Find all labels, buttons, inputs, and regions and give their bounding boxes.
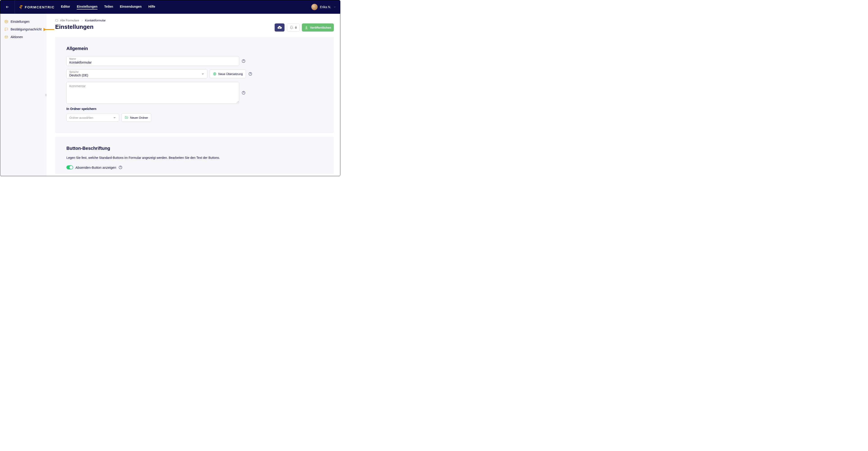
sidebar-item-label: Bestätigungsnachricht bbox=[10, 27, 42, 31]
panel-button-labels: Button-Beschriftung Legen Sie fest, welc… bbox=[55, 137, 334, 174]
nav-hilfe[interactable]: Hilfe bbox=[148, 5, 155, 9]
submit-toggle-label: Absenden-Button anzeigen bbox=[75, 166, 116, 169]
annotation-arrow bbox=[43, 27, 55, 33]
save-cloud-button[interactable] bbox=[275, 23, 284, 31]
help-icon bbox=[248, 72, 252, 76]
folder-label: In Ordner speichern bbox=[66, 107, 322, 111]
submit-button-toggle[interactable] bbox=[66, 165, 73, 169]
svg-rect-1 bbox=[5, 36, 8, 38]
language-select[interactable]: Sprache Deutsch (DE) bbox=[66, 69, 207, 79]
comment-textarea[interactable] bbox=[69, 84, 236, 102]
name-input[interactable] bbox=[69, 61, 236, 64]
notifications-button[interactable]: 0 bbox=[287, 23, 300, 31]
section-general-title: Allgemein bbox=[66, 46, 322, 51]
user-menu[interactable]: Erika N. bbox=[311, 4, 336, 10]
user-name: Erika N. bbox=[320, 5, 331, 9]
sidebar-item-label: Aktionen bbox=[10, 35, 23, 39]
logo-mark-icon bbox=[19, 5, 23, 9]
globe-icon bbox=[213, 72, 217, 76]
chevron-right-icon bbox=[81, 19, 83, 22]
nav-teilen[interactable]: Teilen bbox=[104, 5, 113, 9]
brand-logo[interactable]: FORMCENTRIC bbox=[19, 5, 55, 9]
name-field-wrap[interactable]: Name bbox=[66, 56, 239, 66]
new-folder-button[interactable]: Neuer Ordner bbox=[121, 113, 151, 122]
publish-label: Veröffentlichen bbox=[310, 26, 331, 29]
arrow-left-icon bbox=[5, 5, 9, 9]
folder-select[interactable]: Ordner auswählen bbox=[66, 114, 119, 122]
sidebar-resize-handle[interactable]: || bbox=[45, 94, 47, 96]
help-submit-toggle[interactable] bbox=[118, 165, 122, 169]
resize-handle-icon bbox=[236, 101, 239, 103]
svg-point-0 bbox=[6, 21, 7, 22]
brand-name: FORMCENTRIC bbox=[25, 5, 55, 9]
message-icon bbox=[4, 27, 8, 31]
mail-icon bbox=[4, 35, 8, 39]
language-label: Sprache bbox=[69, 71, 201, 73]
help-comment[interactable] bbox=[242, 91, 246, 95]
help-language[interactable] bbox=[248, 72, 252, 76]
notifications-count: 0 bbox=[295, 26, 297, 29]
header-separator bbox=[14, 0, 15, 14]
new-translation-button[interactable]: Neue Übersetzung bbox=[210, 69, 246, 78]
upload-icon bbox=[305, 26, 308, 29]
breadcrumb-current: Kontaktformular bbox=[85, 19, 106, 22]
nav-einsendungen[interactable]: Einsendungen bbox=[120, 5, 142, 9]
main-content: Alle Formulare Kontaktformular Einstellu… bbox=[46, 14, 340, 176]
panel-general: Allgemein Name Sprache Deutsch (DE) bbox=[55, 37, 334, 133]
gear-icon bbox=[4, 20, 8, 24]
sidebar-item-bestaetigungsnachricht[interactable]: Bestätigungsnachricht bbox=[3, 25, 46, 33]
folder-icon bbox=[55, 19, 58, 22]
cloud-check-icon bbox=[277, 25, 282, 30]
back-button[interactable] bbox=[4, 4, 10, 10]
new-translation-label: Neue Übersetzung bbox=[218, 72, 243, 76]
bell-icon bbox=[290, 26, 293, 29]
folder-placeholder: Ordner auswählen bbox=[69, 116, 93, 119]
help-name[interactable] bbox=[242, 59, 246, 63]
breadcrumb-root[interactable]: Alle Formulare bbox=[60, 19, 79, 22]
help-icon bbox=[242, 91, 246, 95]
new-folder-label: Neuer Ordner bbox=[130, 116, 148, 119]
publish-button[interactable]: Veröffentlichen bbox=[302, 23, 334, 31]
sidebar-item-einstellungen[interactable]: Einstellungen bbox=[3, 18, 46, 25]
sidebar: Einstellungen Bestätigungsnachricht Akti… bbox=[0, 14, 46, 176]
help-icon bbox=[118, 165, 122, 169]
chevron-down-icon bbox=[201, 72, 205, 76]
page-title: Einstellungen bbox=[55, 23, 93, 30]
nav-editor[interactable]: Editor bbox=[61, 5, 70, 9]
section-buttons-title: Button-Beschriftung bbox=[66, 146, 322, 151]
top-nav: Editor Einstellungen Teilen Einsendungen… bbox=[61, 5, 155, 9]
folder-plus-icon bbox=[125, 116, 128, 119]
sidebar-item-label: Einstellungen bbox=[10, 20, 30, 23]
help-icon bbox=[242, 59, 246, 63]
section-buttons-desc: Legen Sie fest, welche Standard-Buttons … bbox=[66, 156, 322, 160]
chevron-down-icon bbox=[113, 116, 116, 119]
name-label: Name bbox=[69, 58, 236, 60]
chevron-down-icon bbox=[333, 6, 336, 8]
comment-field-wrap[interactable] bbox=[66, 82, 239, 104]
avatar bbox=[311, 4, 318, 10]
nav-einstellungen[interactable]: Einstellungen bbox=[77, 5, 97, 9]
breadcrumb: Alle Formulare Kontaktformular bbox=[55, 19, 334, 22]
sidebar-item-aktionen[interactable]: Aktionen bbox=[3, 33, 46, 41]
language-value: Deutsch (DE) bbox=[69, 74, 201, 77]
